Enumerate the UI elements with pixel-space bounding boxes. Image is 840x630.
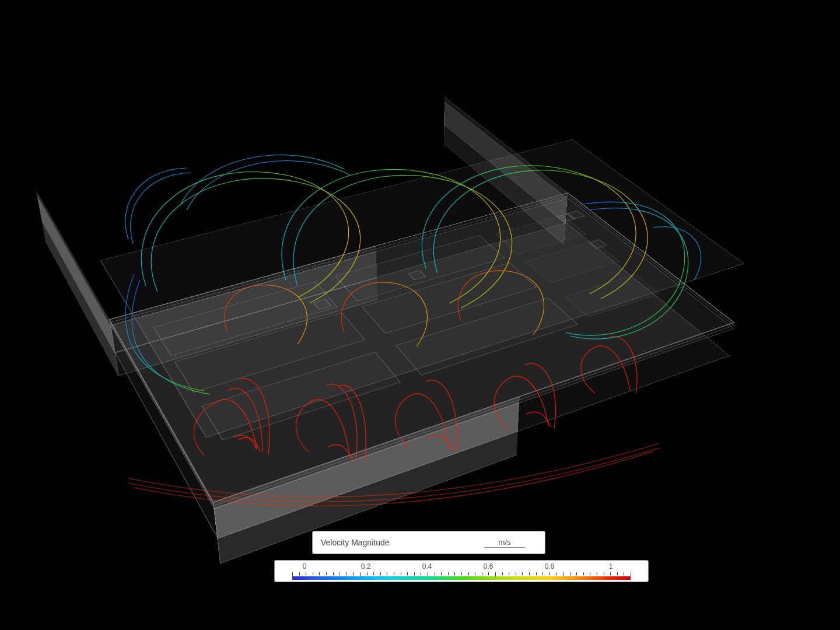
colorbar-tick-label: 1	[609, 562, 613, 570]
colorbar-tick-labels: 00.20.40.60.81	[275, 562, 648, 570]
render-viewport[interactable]: Velocity Magnitude m/s 00.20.40.60.81	[41, 29, 799, 589]
colorbar-tick-label: 0.4	[422, 562, 432, 570]
colorbar-tick-marks	[292, 572, 631, 576]
scene-stage[interactable]	[70, 64, 770, 531]
colorbar-tick-label: 0.8	[545, 562, 555, 570]
colorbar-tick-label: 0.2	[361, 562, 371, 570]
legend-unit: m/s	[499, 538, 511, 547]
colorbar-gradient	[292, 576, 631, 580]
legend-panel[interactable]: Velocity Magnitude m/s	[312, 531, 545, 554]
legend-unit-wrap: m/s	[484, 538, 525, 548]
legend-quantity: Velocity Magnitude	[321, 538, 390, 547]
colorbar-panel[interactable]: 00.20.40.60.81	[274, 560, 649, 582]
colorbar-tick-label: 0	[303, 562, 307, 570]
colorbar-tick-label: 0.6	[484, 562, 494, 570]
